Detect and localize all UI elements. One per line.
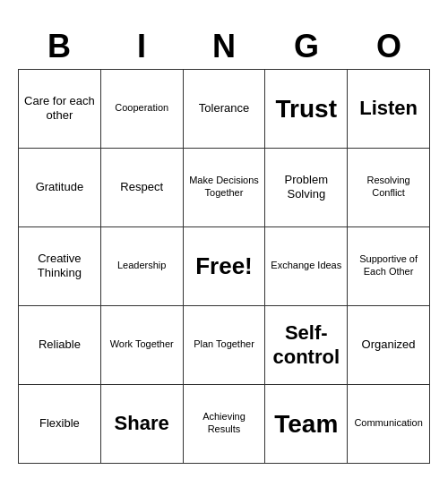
cell-text: Trust <box>276 93 337 124</box>
cell-text: Leadership <box>117 260 166 272</box>
bingo-cell: Leadership <box>101 227 184 306</box>
bingo-cell: Tolerance <box>184 70 266 149</box>
bingo-cell: Care for each other <box>19 70 101 149</box>
cell-text: Care for each other <box>22 94 97 124</box>
cell-text: Work Together <box>110 338 174 351</box>
cell-text: Make Decisions Together <box>187 175 262 200</box>
cell-text: Free! <box>195 252 253 281</box>
bingo-cell: Respect <box>101 149 184 227</box>
bingo-cell: Communication <box>348 385 430 464</box>
bingo-cell: Gratitude <box>19 149 101 227</box>
bingo-cell: Creative Thinking <box>19 227 101 306</box>
bingo-cell: Free! <box>184 227 266 306</box>
cell-text: Respect <box>120 180 163 194</box>
cell-text: Organized <box>362 337 416 352</box>
header-letter: N <box>183 24 265 69</box>
bingo-cell: Resolving Conflict <box>348 149 430 227</box>
bingo-cell: Share <box>101 385 184 464</box>
bingo-card: BINGO Care for each otherCooperationTole… <box>9 15 439 473</box>
cell-text: Creative Thinking <box>22 252 97 281</box>
bingo-cell: Exchange Ideas <box>265 227 348 306</box>
bingo-header: BINGO <box>18 24 430 69</box>
bingo-cell: Flexible <box>19 385 101 464</box>
cell-text: Achieving Results <box>187 411 262 436</box>
cell-text: Plan Together <box>194 338 254 351</box>
cell-text: Self-control <box>269 320 343 370</box>
bingo-cell: Supportive of Each Other <box>348 227 430 306</box>
cell-text: Communication <box>354 417 422 430</box>
bingo-cell: Organized <box>348 306 430 385</box>
bingo-cell: Make Decisions Together <box>184 149 266 227</box>
bingo-grid: Care for each otherCooperationToleranceT… <box>18 69 430 464</box>
header-letter: I <box>100 24 183 69</box>
cell-text: Cooperation <box>115 102 168 115</box>
bingo-cell: Plan Together <box>184 306 266 385</box>
cell-text: Team <box>274 408 338 440</box>
cell-text: Reliable <box>39 337 81 352</box>
cell-text: Supportive of Each Other <box>351 253 426 278</box>
cell-text: Gratitude <box>36 180 83 194</box>
bingo-cell: Achieving Results <box>184 385 266 464</box>
bingo-cell: Listen <box>348 70 430 149</box>
bingo-cell: Problem Solving <box>265 149 348 227</box>
header-letter: B <box>18 24 100 69</box>
header-letter: O <box>348 24 430 69</box>
bingo-cell: Work Together <box>101 306 184 385</box>
cell-text: Tolerance <box>199 101 249 115</box>
header-letter: G <box>265 24 348 69</box>
cell-text: Flexible <box>39 416 80 431</box>
bingo-cell: Reliable <box>19 306 101 385</box>
bingo-cell: Trust <box>265 70 348 149</box>
bingo-cell: Team <box>265 385 348 464</box>
bingo-cell: Self-control <box>265 306 348 385</box>
cell-text: Resolving Conflict <box>351 175 426 200</box>
cell-text: Listen <box>359 96 418 121</box>
cell-text: Exchange Ideas <box>271 260 341 272</box>
bingo-cell: Cooperation <box>101 70 184 149</box>
cell-text: Share <box>115 411 169 436</box>
cell-text: Problem Solving <box>269 173 343 202</box>
